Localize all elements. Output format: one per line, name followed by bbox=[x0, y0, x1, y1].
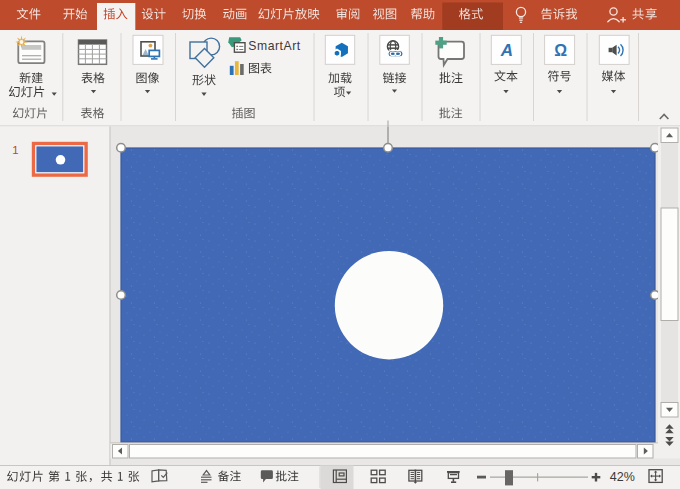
svg-text:Ω: Ω bbox=[554, 42, 567, 59]
svg-text:SmartArt: SmartArt bbox=[248, 39, 301, 53]
svg-text:1: 1 bbox=[12, 144, 18, 156]
svg-text:42%: 42% bbox=[610, 470, 635, 484]
svg-text:A: A bbox=[500, 41, 513, 60]
